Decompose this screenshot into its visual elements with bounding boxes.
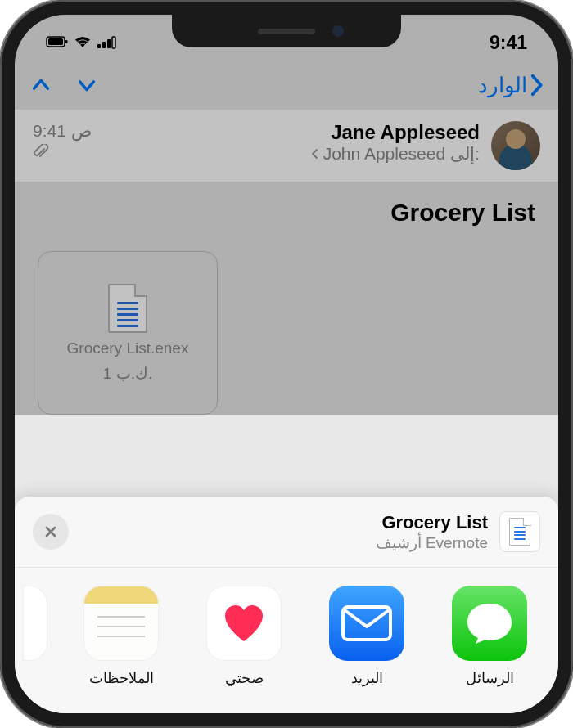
email-meta: 9:41 ص — [33, 121, 92, 160]
share-app-notes[interactable]: الملاحظات — [72, 586, 170, 687]
attachment-tile[interactable]: Grocery List.enex 1 ك.ب. — [38, 251, 218, 415]
share-title: Grocery List — [80, 512, 488, 533]
svg-rect-1 — [48, 38, 63, 45]
chevron-left-icon — [310, 148, 318, 160]
messages-icon — [452, 586, 527, 661]
share-header: Grocery List أرشيف Evernote — [15, 497, 558, 568]
sender-name: Jane Appleseed — [103, 121, 480, 144]
screen: 9:41 الوارد Jane Appleseed إلى: — [15, 15, 558, 713]
subject: Grocery List — [15, 182, 558, 243]
svg-rect-6 — [112, 37, 115, 48]
back-label: الوارد — [478, 73, 527, 98]
app-label: البريد — [351, 669, 383, 687]
svg-rect-3 — [97, 44, 101, 48]
recipient-line[interactable]: إلى: John Appleseed — [103, 144, 480, 164]
wifi-icon — [74, 36, 92, 49]
close-icon — [43, 524, 58, 539]
share-app-partial[interactable] — [23, 586, 47, 687]
status-left — [46, 36, 116, 49]
share-app-mail[interactable]: البريد — [318, 586, 416, 687]
status-time: 9:41 — [490, 32, 527, 54]
share-app-health[interactable]: صحتي — [195, 586, 293, 687]
share-subtitle: أرشيف Evernote — [80, 533, 488, 552]
notes-icon — [83, 586, 159, 661]
mail-icon — [329, 586, 404, 661]
front-camera — [332, 25, 344, 37]
attachment-icon — [33, 144, 49, 160]
share-app-messages[interactable]: الرسائل — [440, 586, 539, 687]
share-apps-row[interactable]: الرسائل البريد صحتي الملاحظات — [15, 568, 558, 697]
battery-icon — [46, 36, 69, 49]
svg-rect-5 — [107, 39, 111, 48]
message-nav-arrows — [29, 74, 98, 97]
back-button[interactable]: الوارد — [478, 73, 544, 98]
recipient-name: John Appleseed — [323, 144, 445, 164]
app-label: الرسائل — [466, 669, 514, 687]
avatar[interactable] — [491, 121, 540, 170]
share-sheet: Grocery List أرشيف Evernote الرسائل — [15, 497, 558, 713]
nav-bar: الوارد — [15, 61, 558, 110]
email-header: Jane Appleseed إلى: John Appleseed 9:41 … — [15, 110, 558, 182]
app-label: صحتي — [225, 669, 264, 687]
notch — [172, 15, 401, 47]
cellular-icon — [97, 36, 116, 49]
speaker — [258, 29, 315, 34]
arrow-up-icon[interactable] — [29, 74, 52, 97]
app-label: الملاحظات — [89, 669, 154, 687]
close-button[interactable] — [33, 514, 69, 550]
arrow-down-icon[interactable] — [75, 74, 98, 97]
chevron-right-icon — [529, 74, 544, 97]
device-frame: 9:41 الوارد Jane Appleseed إلى: — [0, 0, 573, 728]
health-icon — [206, 586, 282, 661]
partial-app-icon — [23, 586, 47, 661]
file-icon — [108, 284, 147, 333]
to-label: إلى: — [450, 144, 480, 164]
attachment-size: 1 ك.ب. — [103, 364, 152, 383]
share-file-icon — [499, 511, 540, 552]
svg-rect-4 — [102, 42, 106, 48]
background-content: 9:41 الوارد Jane Appleseed إلى: — [15, 15, 558, 415]
attachment-name: Grocery List.enex — [67, 339, 189, 357]
svg-rect-2 — [65, 40, 68, 43]
email-time: 9:41 ص — [33, 121, 92, 141]
svg-rect-7 — [343, 607, 390, 640]
